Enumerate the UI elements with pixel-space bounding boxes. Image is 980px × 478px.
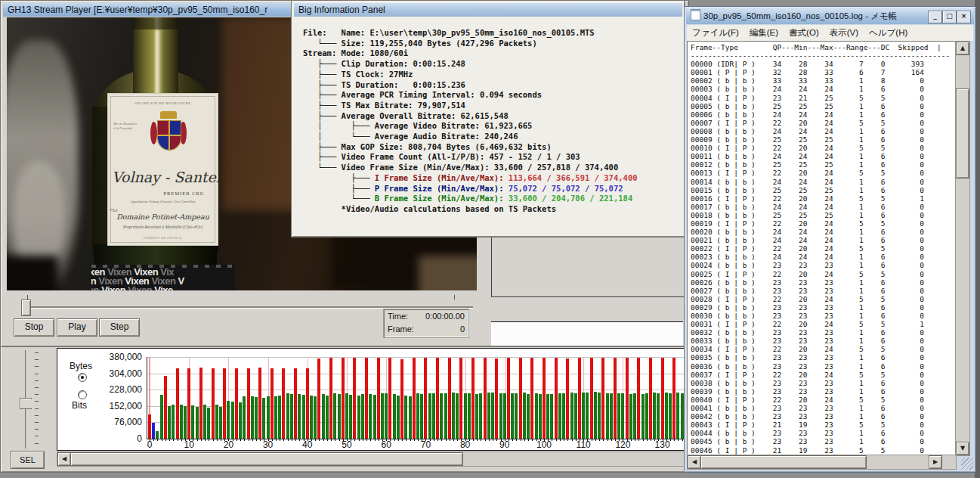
zoom-slider-tick	[35, 436, 39, 436]
b-frame-bar	[440, 393, 443, 439]
frame-row: Frame: 0	[388, 323, 465, 336]
info-panel-titlebar[interactable]: Big Information Panel	[294, 3, 682, 17]
notepad-hscrollbar[interactable]: ◀ ▶	[687, 455, 957, 470]
b-frame-bar	[606, 393, 609, 439]
stop-button[interactable]: Stop	[14, 318, 54, 337]
b-frame-bar	[274, 396, 277, 439]
b-frame-bar	[314, 396, 317, 439]
b-frame-bar	[298, 394, 301, 439]
zoom-slider-tick	[35, 394, 39, 395]
sel-button[interactable]: SEL	[11, 451, 45, 469]
b-frame-bar	[456, 393, 459, 439]
i-frame-bar	[148, 414, 151, 439]
i-frame-bar	[294, 368, 297, 439]
maximize-button[interactable]: □	[942, 11, 957, 23]
chart-hscroll-thumb[interactable]	[70, 452, 463, 466]
b-frame-bar	[491, 393, 494, 439]
y-axis-line	[147, 357, 147, 439]
b-frame-bar	[420, 394, 423, 439]
info-line: └─── B Frame Size (Min/Ave/Max): 33,600 …	[303, 194, 638, 204]
appellation-text: Appellation Volnay Premier Cru Contrôlée	[107, 200, 218, 203]
zoom-slider-tick	[35, 429, 39, 430]
b-frame-bar	[333, 393, 336, 439]
i-frame-bar	[448, 358, 451, 439]
info-line: ├─── TS Max Bitrate: 79,907,514	[303, 101, 638, 111]
shield-icon	[157, 120, 181, 151]
b-frame-bar	[207, 408, 210, 439]
b-frame-bar	[231, 402, 234, 439]
i-frame-bar	[176, 368, 179, 439]
i-frame-bar	[601, 358, 604, 439]
b-frame-bar	[523, 393, 526, 439]
i-frame-bar	[495, 358, 498, 439]
b-frame-bar	[503, 393, 506, 439]
notepad-vscroll-thumb[interactable]	[956, 88, 969, 178]
wine-bottle: GRAND VIN DE BOURGOGNE Mis en Bouteilles…	[92, 17, 218, 275]
scroll-up-icon[interactable]: ▲	[956, 42, 969, 55]
x-axis-tick-label: 60	[375, 439, 397, 450]
b-frame-bar	[251, 396, 254, 439]
scroll-left-icon[interactable]: ◀	[688, 455, 701, 469]
b-frame-bar	[511, 393, 514, 439]
b-frame-bar	[160, 395, 163, 439]
scroll-down-icon[interactable]: ▼	[956, 442, 969, 455]
seek-tick-right	[454, 295, 455, 300]
i-frame-bar	[199, 368, 202, 439]
menu-item[interactable]: 表示(V)	[824, 28, 864, 37]
i-frame-bar	[164, 376, 167, 439]
resize-grip[interactable]	[961, 458, 973, 470]
i-frame-bar	[471, 358, 475, 439]
chart-hscroll-left-icon[interactable]: ◀	[57, 452, 71, 466]
b-frame-bar	[669, 393, 672, 439]
b-frame-bar	[546, 394, 549, 439]
info-line: ├─── Average PCR Timing Interval: 0.094 …	[303, 90, 638, 101]
info-line: ├─── Average Overall Bitrate: 62,615,548	[303, 111, 638, 122]
zoom-slider-thumb[interactable]	[20, 398, 32, 409]
i-frame-bar	[661, 358, 664, 439]
x-axis-tick-label: 110	[572, 439, 595, 450]
crown-icon	[160, 111, 177, 119]
b-frame-bar	[255, 397, 258, 439]
step-button[interactable]: Step	[99, 318, 140, 337]
zoom-slider-tick	[35, 387, 39, 388]
notepad-title: 30p_pv95_50mm_iso160_nos_00105.log - メモ帳	[703, 11, 897, 20]
play-button[interactable]: Play	[57, 318, 97, 337]
notepad-menubar: ファイル(F)編集(E)書式(O)表示(V)ヘルプ(H)	[687, 25, 973, 41]
close-button[interactable]: ×	[957, 11, 971, 23]
b-frame-bar	[219, 407, 222, 439]
menu-item[interactable]: 編集(E)	[744, 28, 784, 37]
b-frame-bar	[290, 394, 293, 439]
b-frame-bar	[657, 393, 660, 439]
chart-hscrollbar[interactable]: ◀	[57, 452, 685, 467]
info-line: │ └─── Average Audio Bitrate: 240,246	[303, 132, 638, 142]
menu-item[interactable]: 書式(O)	[784, 28, 824, 37]
log-text-area[interactable]: Frame--Type QP---Min---Max---Range---DC …	[687, 41, 957, 456]
x-axis-tick-label: 100	[533, 439, 555, 450]
notepad-hscroll-thumb[interactable]	[700, 455, 867, 469]
info-line: ├─── Video Frame Count (All-I/P/B): 457 …	[303, 152, 638, 163]
minimize-button[interactable]: _	[928, 11, 942, 23]
menu-item[interactable]: ヘルプ(H)	[864, 28, 913, 37]
menu-item[interactable]: ファイル(F)	[687, 28, 744, 37]
produit-text: PRODUIT DE FRANCE	[107, 236, 218, 240]
b-frame-bar	[487, 393, 490, 439]
b-frame-bar	[633, 393, 636, 439]
i-frame-bar	[459, 358, 462, 439]
y-axis-tick-label: 228,000	[89, 384, 142, 395]
log-text: Frame--Type QP---Min---Max---Range---DC …	[688, 42, 956, 455]
bits-radio[interactable]	[78, 390, 87, 399]
x-axis-tick-label: 30	[257, 439, 280, 450]
seek-slider-thumb[interactable]	[21, 300, 31, 316]
info-line: ├─── TS Clock: 27MHz	[303, 70, 638, 80]
proprietor-text: Propriétaire-Récoltant à Monthélie (Côte…	[107, 225, 218, 229]
b-frame-bar	[594, 392, 597, 439]
info-line: Stream: Mode: 1080/60i	[303, 48, 638, 59]
b-frame-bar	[610, 393, 613, 439]
vixen-box: ixen Vixen Vixen Vix en Vixen Vixen Vixe…	[91, 265, 235, 290]
b-frame-bar	[196, 407, 199, 439]
scroll-right-icon[interactable]: ▶	[929, 455, 942, 469]
bytes-radio[interactable]	[78, 373, 87, 382]
b-frame-bar	[468, 393, 471, 439]
b-frame-bar	[172, 405, 175, 439]
notepad-vscrollbar[interactable]: ▲ ▼	[955, 41, 970, 456]
